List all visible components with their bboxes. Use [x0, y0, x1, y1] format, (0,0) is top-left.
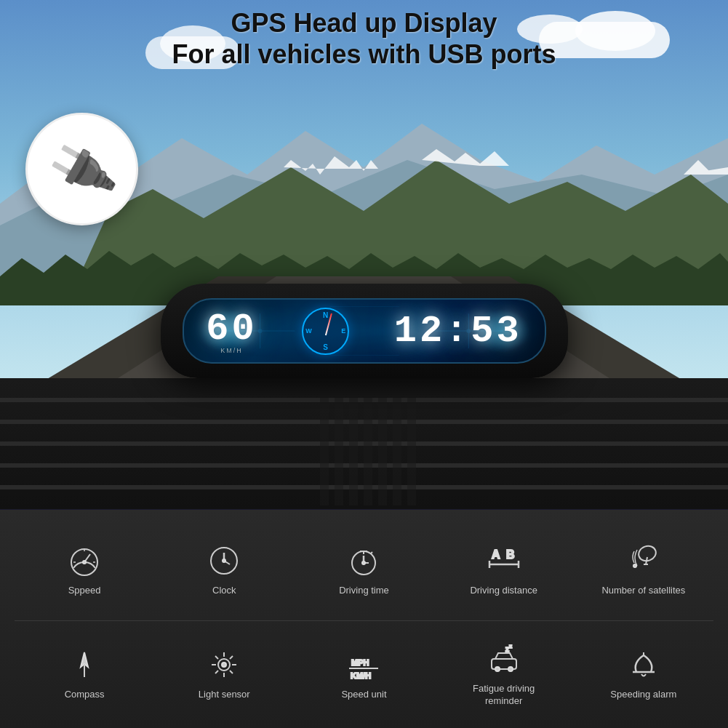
svg-rect-20	[378, 389, 387, 505]
svg-marker-5	[684, 160, 728, 175]
compass-container: W E	[302, 308, 349, 355]
svg-line-54	[646, 557, 647, 564]
feature-light-sensor: Light sensor	[180, 644, 268, 701]
usb-cable-icon: 🔌	[44, 132, 120, 207]
compass-feature-svg	[66, 647, 103, 683]
svg-rect-21	[393, 389, 401, 505]
hud-screen: 60 KM/H W E 12:53	[183, 298, 546, 364]
title-line2: For all vehicles with USB ports	[0, 39, 728, 70]
svg-line-47	[371, 552, 372, 553]
timer-icon	[344, 540, 384, 580]
svg-point-40	[223, 559, 225, 562]
feature-fatigue-label: Fatigue driving reminder	[460, 683, 548, 708]
svg-point-46	[362, 561, 365, 564]
feature-speed-label: Sppeed	[68, 585, 101, 597]
compass-w: W	[305, 327, 312, 335]
dashboard-bg	[0, 378, 728, 509]
svg-rect-16	[320, 389, 329, 505]
speeding-svg	[625, 647, 662, 683]
feature-speed-unit: MPH KM/H Speed unit	[320, 644, 407, 701]
features-row-1: Sppeed Clock	[15, 521, 713, 617]
distance-svg: A B	[486, 543, 522, 579]
svg-text:MPH: MPH	[351, 658, 369, 667]
clock-container: 12:53	[394, 310, 522, 353]
speeding-icon	[623, 644, 663, 684]
compass-e: E	[341, 327, 345, 335]
features-section: Sppeed Clock	[0, 510, 728, 728]
feature-speeding-label: Speeding alarm	[610, 689, 676, 701]
feature-clock-label: Clock	[212, 585, 236, 597]
feature-satellites-label: Number of satellites	[601, 585, 685, 597]
speed-value: 60	[206, 308, 257, 351]
feature-light-sensor-label: Light sensor	[199, 689, 250, 701]
feature-speeding: Speeding alarm	[600, 644, 687, 701]
compass-feature-icon	[65, 644, 105, 684]
features-row-2: Compass	[15, 625, 713, 721]
feature-satellites: Number of satellites	[600, 540, 687, 597]
svg-line-64	[215, 656, 218, 659]
svg-point-74	[508, 667, 513, 671]
feature-distance-label: Driving distance	[470, 585, 537, 597]
fatigue-icon: z z	[484, 639, 524, 679]
svg-rect-19	[364, 389, 372, 505]
compass-circle: W E	[302, 308, 349, 355]
svg-text:KM/H: KM/H	[351, 671, 371, 680]
hud-device: 60 KM/H W E 12:53	[161, 284, 568, 378]
svg-rect-22	[407, 389, 416, 505]
light-sensor-icon	[204, 644, 244, 684]
svg-line-65	[230, 671, 233, 673]
feature-driving-time: Driving time	[320, 540, 407, 597]
timer-svg	[345, 543, 382, 579]
features-divider	[15, 620, 713, 621]
satellite-icon	[623, 540, 663, 580]
light-svg	[206, 647, 242, 683]
clock-value: 12:53	[394, 310, 522, 353]
speed-container: 60 KM/H	[206, 308, 257, 354]
feature-clock: Clock	[180, 540, 268, 597]
feature-fatigue: z z Fatigue driving reminder	[460, 639, 548, 708]
vent-lines	[0, 378, 728, 509]
svg-rect-17	[335, 389, 343, 505]
speed-unit-icon: MPH KM/H	[344, 644, 384, 684]
svg-rect-18	[349, 389, 358, 505]
speed-unit-svg: MPH KM/H	[345, 647, 382, 683]
title-section: GPS Head up Display For all vehicles wit…	[0, 7, 728, 70]
svg-text:z: z	[509, 643, 512, 649]
speedometer-icon	[65, 540, 105, 580]
clock-icon	[204, 540, 244, 580]
svg-text:B: B	[506, 548, 515, 561]
satellite-svg	[625, 543, 662, 579]
feature-compass: Compass	[41, 644, 128, 701]
title-line1: GPS Head up Display	[0, 7, 728, 39]
svg-point-73	[495, 667, 500, 671]
clock-svg	[206, 543, 242, 579]
distance-icon: A B	[484, 540, 524, 580]
feature-driving-time-label: Driving time	[339, 585, 389, 597]
feature-speed: Sppeed	[41, 540, 128, 597]
usb-cable-circle: 🔌	[25, 113, 138, 225]
feature-driving-distance: A B Driving distance	[460, 540, 548, 597]
page-wrapper: GPS Head up Display For all vehicles wit…	[0, 0, 728, 728]
svg-line-67	[215, 671, 218, 673]
svg-point-56	[633, 564, 636, 567]
fatigue-svg: z z	[486, 640, 522, 676]
svg-point-25	[257, 329, 262, 333]
main-title: GPS Head up Display For all vehicles wit…	[0, 7, 728, 70]
feature-compass-label: Compass	[65, 689, 105, 701]
feature-speed-unit-label: Speed unit	[341, 689, 386, 701]
speedometer-svg	[66, 543, 103, 579]
svg-line-66	[230, 656, 233, 659]
svg-text:A: A	[492, 548, 500, 561]
svg-point-33	[83, 561, 86, 564]
svg-point-68	[222, 663, 226, 667]
